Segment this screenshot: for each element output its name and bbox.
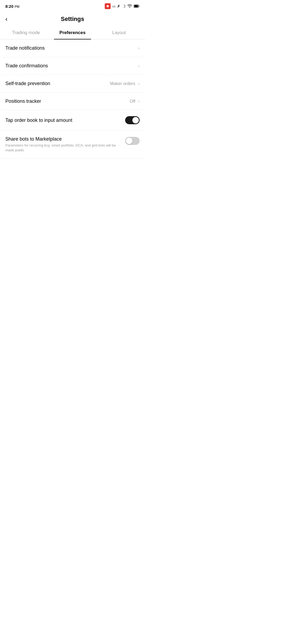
bluetooth-icon: ✗ [117,4,120,8]
settings-item-right-tap-order-book [125,116,140,124]
svg-rect-1 [134,5,138,7]
toggle-tap-order-book[interactable] [125,116,140,124]
settings-item-right-share-bots [125,137,140,145]
chevron-icon-trade-confirmations: › [138,63,140,69]
settings-item-trade-notifications[interactable]: Trade notifications › [0,39,145,57]
toggle-knob-tap-order-book [132,117,139,123]
settings-item-label-trade-notifications: Trade notifications [5,45,137,51]
settings-list: Trade notifications › Trade confirmation… [0,39,145,159]
chevron-icon-self-trade-prevention: › [138,81,140,86]
battery-icon [134,4,140,9]
tab-trading-mode[interactable]: Trading mode [3,26,49,39]
settings-item-label-self-trade-prevention: Self-trade prevention [5,81,110,86]
settings-item-label-tap-order-book: Tap order book to input amount [5,118,125,123]
settings-item-label-share-bots: Share bots to Marketplace Parameters for… [5,136,125,153]
tabs-container: Trading mode Preferences Layout [0,26,145,39]
settings-item-positions-tracker[interactable]: Positions tracker Off › [0,93,145,110]
settings-item-right-trade-confirmations: › [137,63,140,69]
status-bar: 8:20 PM ▭ ✗ ☽ [0,0,145,12]
settings-item-label-positions-tracker: Positions tracker [5,98,130,104]
toggle-knob-share-bots [126,138,132,144]
settings-item-tap-order-book: Tap order book to input amount [0,110,145,130]
page-header: ‹ Settings [0,12,145,26]
settings-item-right-positions-tracker: Off › [130,98,140,104]
camera-icon: ▭ [112,4,115,8]
moon-icon: ☽ [122,4,126,9]
record-icon [105,3,111,9]
status-time: 8:20 PM [5,4,19,9]
tab-layout[interactable]: Layout [96,26,142,39]
chevron-icon-trade-notifications: › [138,45,140,51]
tab-preferences[interactable]: Preferences [49,26,96,39]
self-trade-value: Maker orders [110,81,135,86]
back-button[interactable]: ‹ [5,16,8,22]
settings-item-self-trade-prevention[interactable]: Self-trade prevention Maker orders › [0,75,145,93]
chevron-icon-positions-tracker: › [138,98,140,104]
toggle-share-bots[interactable] [125,137,140,145]
page-title: Settings [61,16,84,23]
status-icons: ▭ ✗ ☽ [105,3,140,9]
positions-tracker-value: Off [130,99,135,104]
settings-item-right-self-trade-prevention: Maker orders › [110,81,140,86]
settings-item-trade-confirmations[interactable]: Trade confirmations › [0,57,145,75]
settings-item-label-trade-confirmations: Trade confirmations [5,63,137,69]
settings-item-share-bots: Share bots to Marketplace Parameters for… [0,130,145,159]
wifi-icon [127,4,132,9]
settings-item-right-trade-notifications: › [137,45,140,51]
